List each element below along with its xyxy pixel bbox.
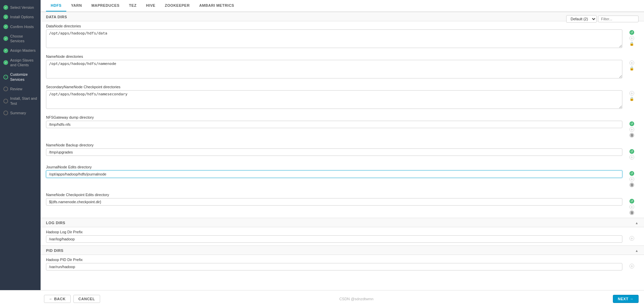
- tab-yarn[interactable]: YARN: [66, 0, 87, 11]
- field-actions-journalnode-edits-dir: ↺○🗑: [625, 165, 639, 187]
- field-group-hadoop-log-dir: Hadoop Log Dir Prefix○: [41, 227, 644, 245]
- collapse-icon-pid-dirs[interactable]: ▲: [635, 249, 639, 253]
- check-icon: ✓: [3, 24, 8, 29]
- tab-hdfs[interactable]: HDFS: [46, 0, 66, 11]
- undo-icon-namenode-backup-dir-0[interactable]: ↺: [629, 149, 634, 154]
- field-label-journalnode-edits-dir: JournalNode Edits directory: [46, 165, 622, 169]
- section-header-data-dirs: DATA DIRS▲: [41, 12, 644, 21]
- field-actions-datanode-dir: ↺○🔒: [625, 24, 639, 46]
- sidebar-item-select-version[interactable]: ✓Select Version: [0, 3, 41, 12]
- field-input-secondary-namenode-dir[interactable]: [46, 90, 622, 109]
- next-button[interactable]: NEXT →: [613, 295, 639, 303]
- check-icon: ✓: [3, 60, 8, 65]
- dot-icon-secondary-namenode-dir-0[interactable]: ○: [629, 91, 634, 96]
- field-actions-namenode-checkpoint-edits-dir: ↺○🗑: [625, 193, 639, 215]
- sidebar-item-confirm-hosts[interactable]: ✓Confirm Hosts: [0, 22, 41, 31]
- field-group-namenode-checkpoint-edits-dir: NameNode Checkpoint Edits directory↺○🗑: [41, 190, 644, 218]
- section-label-log-dirs: LOG DIRS: [46, 221, 65, 225]
- sidebar-item-review[interactable]: Review: [0, 84, 41, 94]
- field-input-nfsgateway-dir[interactable]: [46, 121, 622, 128]
- sidebar-item-choose-services[interactable]: ✓Choose Services: [0, 31, 41, 46]
- field-actions-hadoop-pid-dir: ○: [625, 258, 639, 268]
- tab-ambari-metrics[interactable]: AMBARI METRICS: [194, 0, 239, 11]
- dot-icon-journalnode-edits-dir-1[interactable]: ○: [629, 177, 634, 182]
- back-button[interactable]: ← BACK: [44, 295, 71, 303]
- dot-icon-hadoop-pid-dir-0[interactable]: ○: [629, 264, 634, 268]
- sidebar-item-label: Assign Masters: [10, 48, 36, 53]
- lock-icon-blue-namenode-dir[interactable]: 🔒: [629, 66, 634, 71]
- sidebar-item-install-options[interactable]: ✓Install Options: [0, 12, 41, 22]
- circle-icon: [3, 99, 8, 103]
- undo-icon-journalnode-edits-dir-0[interactable]: ↺: [629, 171, 634, 176]
- trash-icon-journalnode-edits-dir-2[interactable]: 🗑: [629, 183, 634, 187]
- sidebar-item-summary[interactable]: Summary: [0, 108, 41, 118]
- field-input-namenode-checkpoint-edits-dir[interactable]: [46, 198, 622, 206]
- field-input-hadoop-log-dir[interactable]: [46, 235, 622, 243]
- sidebar: ✓Select Version✓Install Options✓Confirm …: [0, 0, 41, 307]
- field-label-nfsgateway-dir: NFSGateway dump directory: [46, 115, 622, 119]
- field-content-datanode-dir: DataNode directories: [46, 24, 622, 49]
- field-content-namenode-backup-dir: NameNode Backup directory: [46, 143, 622, 156]
- dot-icon-nfsgateway-dir-1[interactable]: ○: [629, 127, 634, 132]
- dot-icon-namenode-checkpoint-edits-dir-1[interactable]: ○: [629, 205, 634, 209]
- field-actions-hadoop-log-dir: ○: [625, 230, 639, 241]
- filter-input[interactable]: [598, 16, 639, 22]
- sidebar-item-label: Summary: [10, 111, 26, 115]
- field-group-namenode-dir: NameNode directories○🔒: [41, 52, 644, 82]
- field-content-namenode-checkpoint-edits-dir: NameNode Checkpoint Edits directory: [46, 193, 622, 206]
- dot-icon-hadoop-log-dir-0[interactable]: ○: [629, 236, 634, 241]
- collapse-icon-log-dirs[interactable]: ▲: [635, 221, 639, 225]
- default-filter-dropdown[interactable]: Default (2): [566, 15, 597, 23]
- field-content-journalnode-edits-dir: JournalNode Edits directory: [46, 165, 622, 178]
- tab-tez[interactable]: TEZ: [124, 0, 141, 11]
- section-header-log-dirs: LOG DIRS▲: [41, 218, 644, 227]
- sidebar-item-label: Install Options: [10, 15, 34, 19]
- field-content-namenode-dir: NameNode directories: [46, 54, 622, 79]
- field-group-secondary-namenode-dir: SecondaryNameNode Checkpoint directories…: [41, 82, 644, 113]
- field-input-datanode-dir[interactable]: [46, 29, 622, 48]
- field-label-namenode-backup-dir: NameNode Backup directory: [46, 143, 622, 147]
- field-content-hadoop-pid-dir: Hadoop PID Dir Prefix: [46, 258, 622, 270]
- sidebar-item-install-start-test[interactable]: Install, Start and Test: [0, 94, 41, 108]
- content-area: Default (2) DATA DIRS▲DataNode directori…: [41, 12, 644, 307]
- undo-icon-datanode-dir-0[interactable]: ↺: [629, 30, 634, 35]
- field-actions-nfsgateway-dir: ↺○🗑: [625, 115, 639, 138]
- dot-icon-namenode-backup-dir-1[interactable]: ○: [629, 155, 634, 160]
- section-header-pid-dirs: PID DIRS▲: [41, 245, 644, 255]
- field-input-hadoop-pid-dir[interactable]: [46, 263, 622, 270]
- dot-icon-datanode-dir-1[interactable]: ○: [629, 36, 634, 41]
- field-actions-namenode-backup-dir: ↺○: [625, 143, 639, 160]
- tab-zookeeper[interactable]: ZOOKEEPER: [160, 0, 194, 11]
- field-label-hadoop-pid-dir: Hadoop PID Dir Prefix: [46, 258, 622, 262]
- tab-hive[interactable]: HIVE: [141, 0, 160, 11]
- section-label-data-dirs: DATA DIRS: [46, 15, 67, 19]
- check-icon: ✓: [3, 15, 8, 19]
- section-label-pid-dirs: PID DIRS: [46, 249, 64, 253]
- sidebar-item-label: Confirm Hosts: [10, 24, 34, 29]
- field-input-namenode-backup-dir[interactable]: [46, 148, 622, 156]
- field-actions-secondary-namenode-dir: ○🔒: [625, 85, 639, 101]
- field-label-datanode-dir: DataNode directories: [46, 24, 622, 28]
- field-actions-namenode-dir: ○🔒: [625, 54, 639, 71]
- trash-icon-namenode-checkpoint-edits-dir-2[interactable]: 🗑: [629, 210, 634, 215]
- sidebar-item-assign-masters[interactable]: ✓Assign Masters: [0, 46, 41, 55]
- sidebar-item-customize-services[interactable]: ✓Customize Services: [0, 70, 41, 84]
- undo-icon-namenode-checkpoint-edits-dir-0[interactable]: ↺: [629, 199, 634, 204]
- filter-bar: Default (2): [566, 15, 639, 23]
- dot-icon-namenode-dir-0[interactable]: ○: [629, 61, 634, 65]
- cancel-button[interactable]: CANCEL: [73, 295, 100, 303]
- field-input-journalnode-edits-dir[interactable]: [46, 170, 622, 178]
- sidebar-item-label: Assign Slaves and Clients: [10, 58, 37, 68]
- field-input-namenode-dir[interactable]: [46, 60, 622, 78]
- watermark: CSDN @sdnzdtwmn: [339, 297, 373, 301]
- lock-icon-blue-datanode-dir[interactable]: 🔒: [629, 42, 634, 46]
- field-label-namenode-dir: NameNode directories: [46, 54, 622, 58]
- tab-mapreduces[interactable]: MAPREDUCES: [87, 0, 124, 11]
- circle-icon: [3, 111, 8, 115]
- field-group-nfsgateway-dir: NFSGateway dump directory↺○🗑: [41, 113, 644, 140]
- field-content-nfsgateway-dir: NFSGateway dump directory: [46, 115, 622, 128]
- undo-icon-nfsgateway-dir-0[interactable]: ↺: [629, 121, 634, 126]
- circle-icon: ✓: [3, 75, 8, 79]
- trash-icon-nfsgateway-dir-2[interactable]: 🗑: [629, 133, 634, 138]
- sidebar-item-assign-slaves[interactable]: ✓Assign Slaves and Clients: [0, 55, 41, 70]
